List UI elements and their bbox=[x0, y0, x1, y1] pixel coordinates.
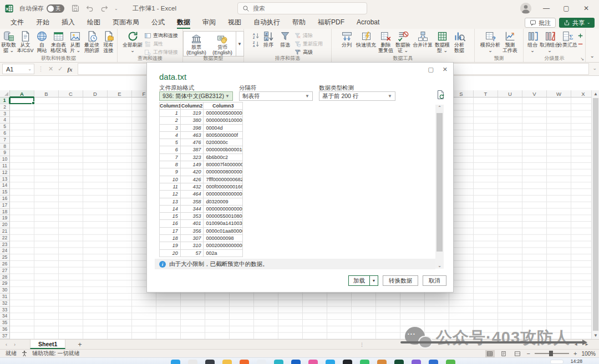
search-input[interactable] bbox=[253, 5, 347, 12]
taskbar-icon[interactable] bbox=[343, 360, 352, 364]
hscroll-left-icon[interactable]: ◄ bbox=[573, 342, 578, 347]
ribbon-button[interactable]: 数据验证 ⌄ bbox=[395, 30, 411, 54]
ribbon-small-button[interactable] bbox=[577, 40, 584, 48]
tab-审阅[interactable]: 审阅 bbox=[197, 17, 221, 29]
row-header-16[interactable]: 16 bbox=[0, 196, 10, 202]
row-header-18[interactable]: 18 bbox=[0, 209, 10, 216]
taskbar-icon[interactable] bbox=[274, 360, 283, 364]
row-header-2[interactable]: 2 bbox=[0, 104, 10, 111]
ribbon-small-button[interactable]: ZA bbox=[252, 40, 260, 48]
ribbon-button[interactable]: 自网站 bbox=[34, 30, 50, 54]
taskbar-icon[interactable] bbox=[291, 360, 301, 364]
tab-页面布局[interactable]: 页面布局 bbox=[108, 17, 144, 29]
tab-公式[interactable]: 公式 bbox=[146, 17, 170, 29]
preview-column-header[interactable]: Column2 bbox=[181, 102, 204, 110]
row-header-30[interactable]: 30 bbox=[0, 287, 10, 294]
scroll-down-icon[interactable]: ▼ bbox=[592, 333, 599, 338]
sheet-vertical-scrollbar[interactable]: ▲ ▼ bbox=[591, 90, 599, 339]
taskbar-icon[interactable] bbox=[257, 360, 266, 364]
row-header-24[interactable]: 24 bbox=[0, 248, 10, 254]
column-header-C[interactable]: C bbox=[59, 90, 83, 98]
preview-scroll-up-icon[interactable]: ⌃ bbox=[435, 105, 444, 110]
ribbon-button[interactable]: 预测工作表 bbox=[502, 30, 518, 54]
zoom-out-icon[interactable]: − bbox=[527, 350, 530, 357]
qat-customize-icon[interactable]: ⌄ bbox=[114, 6, 118, 11]
taskbar-icon[interactable] bbox=[188, 360, 197, 364]
row-header-10[interactable]: 10 bbox=[0, 156, 10, 163]
ribbon-button[interactable]: 分列 bbox=[339, 30, 354, 48]
ribbon-button[interactable]: 现有连接 bbox=[101, 30, 116, 54]
prev-sheet-icon[interactable]: ‹ bbox=[6, 342, 7, 347]
active-cell-a1[interactable] bbox=[9, 97, 34, 104]
ribbon-button[interactable]: ZA排序 bbox=[261, 30, 276, 48]
row-header-27[interactable]: 27 bbox=[0, 268, 10, 274]
row-header-26[interactable]: 26 bbox=[0, 261, 10, 268]
ribbon-button[interactable]: 快速填充 bbox=[356, 30, 377, 48]
type-detection-select[interactable]: 基于前 200 行 ▼ bbox=[319, 91, 395, 101]
delimiter-select[interactable]: 制表符 ▼ bbox=[239, 91, 313, 101]
row-header-20[interactable]: 20 bbox=[0, 222, 10, 228]
ribbon-button[interactable]: 取消组合⌄ bbox=[541, 30, 558, 54]
normal-view-icon[interactable] bbox=[485, 350, 495, 357]
ribbon-button[interactable]: 从文本/CSV bbox=[18, 30, 33, 54]
row-header-11[interactable]: 11 bbox=[0, 163, 10, 170]
ribbon-small-button[interactable] bbox=[577, 32, 584, 39]
row-header-31[interactable]: 31 bbox=[0, 294, 10, 300]
row-header-22[interactable]: 22 bbox=[0, 235, 10, 242]
row-header-21[interactable]: 21 bbox=[0, 228, 10, 235]
taskbar-icon[interactable] bbox=[360, 360, 369, 364]
preview-scrollbar-thumb[interactable] bbox=[436, 113, 443, 252]
row-header-19[interactable]: 19 bbox=[0, 215, 10, 222]
load-dropdown-icon[interactable]: ▼ bbox=[369, 276, 378, 285]
tab-福昕PDF[interactable]: 福昕PDF bbox=[313, 17, 349, 29]
taskbar-icon[interactable] bbox=[326, 360, 335, 364]
undo-icon[interactable] bbox=[85, 4, 94, 13]
row-header-37[interactable]: 37 bbox=[0, 333, 10, 340]
account-avatar[interactable] bbox=[520, 3, 531, 14]
hscroll-right-icon[interactable]: ► bbox=[585, 342, 589, 347]
preview-scroll-down-icon[interactable]: ⌄ bbox=[435, 263, 444, 268]
row-header-4[interactable]: 4 bbox=[0, 117, 10, 124]
row-header-13[interactable]: 13 bbox=[0, 176, 10, 183]
dialog-maximize-icon[interactable]: ▢ bbox=[428, 66, 433, 73]
page-layout-view-icon[interactable] bbox=[499, 350, 509, 357]
ribbon-small-button[interactable]: AZ bbox=[252, 32, 260, 39]
next-sheet-icon[interactable]: › bbox=[14, 342, 16, 347]
comments-button[interactable]: 批注 bbox=[525, 18, 556, 28]
taskbar-icon[interactable] bbox=[205, 360, 215, 364]
tab-数据[interactable]: 数据 bbox=[172, 17, 195, 29]
ribbon-button[interactable]: Σ分类汇总 bbox=[559, 30, 576, 48]
select-all-corner[interactable] bbox=[0, 90, 10, 98]
row-header-6[interactable]: 6 bbox=[0, 130, 10, 137]
tab-自动执行[interactable]: 自动执行 bbox=[248, 17, 285, 29]
new-sheet-icon[interactable]: + bbox=[78, 341, 82, 348]
cancel-button[interactable]: 取消 bbox=[423, 275, 446, 286]
search-box[interactable] bbox=[237, 2, 367, 14]
load-button[interactable]: 加载 bbox=[349, 276, 369, 285]
autosave-toggle[interactable]: 关 bbox=[47, 4, 64, 13]
row-header-7[interactable]: 7 bbox=[0, 137, 10, 143]
ribbon-button[interactable]: 来自表格/区域 bbox=[51, 30, 67, 54]
zoom-slider[interactable] bbox=[535, 353, 569, 354]
row-header-9[interactable]: 9 bbox=[0, 150, 10, 156]
row-header-34[interactable]: 34 bbox=[0, 313, 10, 320]
ribbon-button[interactable]: 合并计算 bbox=[412, 30, 433, 48]
formula-bar-collapse-icon[interactable]: ⌄ bbox=[592, 65, 597, 71]
ribbon-button[interactable]: 删除重复值 bbox=[378, 30, 394, 54]
column-header-U[interactable]: U bbox=[498, 90, 522, 98]
tab-插入[interactable]: 插入 bbox=[57, 17, 80, 29]
tab-开始[interactable]: 开始 bbox=[31, 17, 54, 29]
gallery-more-icon[interactable]: ▼ bbox=[236, 32, 243, 56]
row-header-33[interactable]: 33 bbox=[0, 307, 10, 314]
name-box[interactable]: A1 ⌄ bbox=[2, 64, 34, 74]
column-header-D[interactable]: D bbox=[83, 90, 108, 98]
ribbon-small-button[interactable]: 查询和连接 bbox=[144, 32, 178, 39]
row-header-12[interactable]: 12 bbox=[0, 170, 10, 176]
row-header-3[interactable]: 3 bbox=[0, 111, 10, 117]
taskbar-icon[interactable] bbox=[394, 360, 404, 364]
sheet-tab-sheet1[interactable]: Sheet1 bbox=[30, 340, 65, 349]
ribbon-button[interactable]: 获取数据 ⌄ bbox=[1, 30, 17, 54]
taskbar-icon[interactable] bbox=[377, 360, 387, 364]
row-header-28[interactable]: 28 bbox=[0, 274, 10, 281]
preview-column-header[interactable]: Column3 bbox=[204, 102, 243, 110]
